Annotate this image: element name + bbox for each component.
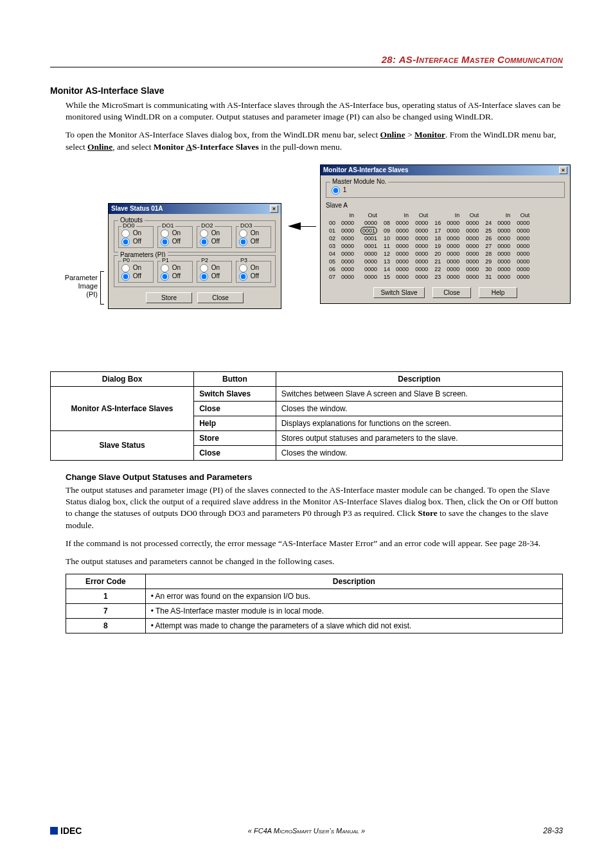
slave-index-cell: 17 xyxy=(431,227,443,235)
slave-out-cell[interactable]: 0000 xyxy=(513,258,533,265)
paragraph: If the command is not processed correctl… xyxy=(66,538,563,549)
close-icon[interactable]: × xyxy=(270,205,278,213)
slave-in-cell: 0000 xyxy=(494,250,513,258)
master-module-group: Master Module No. 1 xyxy=(326,182,565,198)
slave-out-cell-circled[interactable]: 0001 xyxy=(357,227,380,235)
close-icon[interactable]: × xyxy=(559,166,567,174)
slave-in-cell: 0000 xyxy=(393,242,412,250)
chapter-header: 28: AS-Interface Master Communication xyxy=(50,54,563,67)
slave-out-cell[interactable]: 0000 xyxy=(463,242,482,250)
slave-out-cell[interactable]: 0000 xyxy=(513,227,533,235)
p2-on[interactable]: On xyxy=(200,264,229,272)
do0-off[interactable]: Off xyxy=(121,238,150,246)
slave-out-cell[interactable]: 0000 xyxy=(463,219,482,227)
slave-in-cell: 0000 xyxy=(443,250,463,258)
arrow-left-icon xyxy=(288,222,301,230)
p1-off[interactable]: Off xyxy=(161,272,190,281)
slave-in-cell: 0000 xyxy=(494,219,513,227)
error-code-table: Error Code Description 1• An error was f… xyxy=(66,574,563,633)
slave-out-cell[interactable]: 0000 xyxy=(463,265,482,273)
slave-out-cell[interactable]: 0000 xyxy=(513,219,533,227)
do3-off[interactable]: Off xyxy=(239,238,268,246)
slave-out-cell[interactable]: 0000 xyxy=(357,219,380,227)
slave-out-cell[interactable]: 0001 xyxy=(357,242,380,250)
slave-index-cell: 22 xyxy=(431,265,443,273)
outputs-group: Outputs DO0 On Off DO1 On Off DO2 On xyxy=(114,220,276,252)
slave-a-label: Slave A xyxy=(326,202,565,209)
slave-in-cell: 0000 xyxy=(443,219,463,227)
slave-in-cell: 0000 xyxy=(494,242,513,250)
slave-index-cell: 15 xyxy=(380,273,393,281)
slave-out-cell[interactable]: 0000 xyxy=(412,250,431,258)
slave-in-cell: 0000 xyxy=(393,258,412,265)
slave-index-cell: 05 xyxy=(326,258,338,265)
slave-out-cell[interactable]: 0000 xyxy=(357,265,380,273)
p3-on[interactable]: On xyxy=(239,264,268,272)
slave-out-cell[interactable]: 0000 xyxy=(412,258,431,265)
p0-on[interactable]: On xyxy=(121,264,150,272)
slave-in-cell: 0000 xyxy=(494,235,513,242)
slave-out-cell[interactable]: 0000 xyxy=(412,273,431,281)
monitor-slaves-dialog: Monitor AS-Interface Slaves × Master Mod… xyxy=(320,164,571,304)
slave-in-cell: 0000 xyxy=(338,250,357,258)
close-button[interactable]: Close xyxy=(197,292,244,303)
master-1-radio[interactable]: 1 xyxy=(332,186,559,195)
p3-off[interactable]: Off xyxy=(239,272,268,281)
paragraph: The output statuses and parameter image … xyxy=(66,484,563,531)
slave-in-cell: 0000 xyxy=(338,265,357,273)
slave-out-cell[interactable]: 0000 xyxy=(463,235,482,242)
do1-on[interactable]: On xyxy=(161,229,190,238)
slave-index-cell: 23 xyxy=(431,273,443,281)
do2-on[interactable]: On xyxy=(200,229,229,238)
do2-off[interactable]: Off xyxy=(200,238,229,246)
slave-out-cell[interactable]: 0000 xyxy=(412,242,431,250)
slave-index-cell: 25 xyxy=(482,227,494,235)
slave-table: InOutInOutInOutInOut00000000000800000000… xyxy=(326,211,533,281)
slave-out-cell[interactable]: 0000 xyxy=(412,235,431,242)
slave-in-cell: 0000 xyxy=(338,258,357,265)
slave-index-cell: 06 xyxy=(326,265,338,273)
store-button[interactable]: Store xyxy=(146,292,192,303)
slave-out-cell[interactable]: 0000 xyxy=(357,250,380,258)
slave-index-cell: 04 xyxy=(326,250,338,258)
p0-off[interactable]: Off xyxy=(121,272,150,281)
slave-out-cell[interactable]: 0000 xyxy=(412,227,431,235)
slave-out-cell[interactable]: 0000 xyxy=(412,265,431,273)
slave-index-cell: 13 xyxy=(380,258,393,265)
slave-out-cell[interactable]: 0000 xyxy=(513,265,533,273)
slave-out-cell[interactable]: 0000 xyxy=(463,258,482,265)
slave-in-cell: 0000 xyxy=(393,227,412,235)
slave-out-cell[interactable]: 0000 xyxy=(513,273,533,281)
slave-index-cell: 28 xyxy=(482,250,494,258)
slave-out-cell[interactable]: 0000 xyxy=(513,242,533,250)
paragraph: To open the Monitor AS-Interface Slaves … xyxy=(66,129,563,152)
slave-in-cell: 0000 xyxy=(443,258,463,265)
slave-out-cell[interactable]: 0000 xyxy=(463,227,482,235)
do3-on[interactable]: On xyxy=(239,229,268,238)
slave-index-cell: 31 xyxy=(482,273,494,281)
footer-manual-title: « FC4A MicroSmart User’s Manual » xyxy=(50,827,563,835)
slave-out-cell[interactable]: 0000 xyxy=(513,235,533,242)
do1-off[interactable]: Off xyxy=(161,238,190,246)
p1-on[interactable]: On xyxy=(161,264,190,272)
slave-out-cell[interactable]: 0000 xyxy=(463,273,482,281)
slave-in-cell: 0000 xyxy=(494,265,513,273)
slave-out-cell[interactable]: 0000 xyxy=(357,273,380,281)
slave-in-cell: 0000 xyxy=(443,242,463,250)
slave-out-cell[interactable]: 0000 xyxy=(463,250,482,258)
slave-index-cell: 09 xyxy=(380,227,393,235)
slave-in-cell: 0000 xyxy=(494,227,513,235)
mon-close-button[interactable]: Close xyxy=(432,287,471,298)
slave-index-cell: 19 xyxy=(431,242,443,250)
slave-out-cell[interactable]: 0000 xyxy=(357,258,380,265)
slave-index-cell: 18 xyxy=(431,235,443,242)
slave-out-cell[interactable]: 0000 xyxy=(513,250,533,258)
switch-slave-button[interactable]: Switch Slave xyxy=(373,287,425,298)
slave-out-cell[interactable]: 0000 xyxy=(412,219,431,227)
do0-on[interactable]: On xyxy=(121,229,150,238)
slave-index-cell: 12 xyxy=(380,250,393,258)
slave-out-cell[interactable]: 0001 xyxy=(357,235,380,242)
subsection-title-change: Change Slave Output Statuses and Paramet… xyxy=(66,472,563,482)
mon-help-button[interactable]: Help xyxy=(479,287,517,298)
p2-off[interactable]: Off xyxy=(200,272,229,281)
